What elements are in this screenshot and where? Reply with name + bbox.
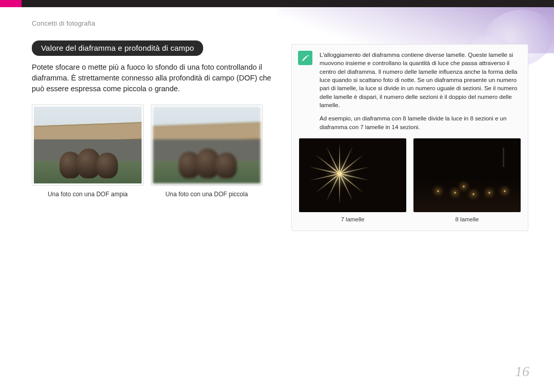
blade7-caption: 7 lamelle: [299, 216, 406, 222]
blade8-card: 8 lamelle: [413, 138, 521, 222]
dof-narrow-card: Una foto con una DOF piccola: [151, 105, 263, 198]
dof-wide-caption: Una foto con una DOF ampia: [32, 191, 144, 198]
intro-paragraph: Potete sfocare o mette più a fuoco lo sf…: [32, 62, 273, 94]
note-box: L'alloggiamento del diaframma contiene d…: [291, 44, 528, 231]
blade8-caption: 8 lamelle: [413, 216, 521, 222]
page-number: 16: [515, 363, 529, 380]
note-text: L'alloggiamento del diaframma contiene d…: [320, 51, 521, 131]
blade-examples-row: 7 lamelle 8 lamelle: [299, 138, 521, 222]
blade7-image: [299, 138, 406, 212]
manual-page: Concetti di fotografia Valore del diafra…: [0, 0, 554, 392]
blade7-card: 7 lamelle: [299, 138, 406, 222]
dof-narrow-image: [151, 105, 263, 185]
breadcrumb: Concetti di fotografia: [32, 19, 528, 27]
blade8-image: [413, 138, 521, 212]
dof-narrow-caption: Una foto con una DOF piccola: [151, 191, 263, 198]
dof-wide-image: [32, 105, 144, 185]
top-accent: [0, 0, 22, 7]
section-heading: Valore del diaframma e profondità di cam…: [32, 40, 203, 56]
note-paragraph-1: L'alloggiamento del diaframma contiene d…: [320, 51, 521, 109]
pen-icon: [298, 51, 312, 65]
dof-wide-card: Una foto con una DOF ampia: [32, 105, 144, 198]
note-paragraph-2: Ad esempio, un diaframma con 8 lamelle d…: [320, 114, 521, 131]
